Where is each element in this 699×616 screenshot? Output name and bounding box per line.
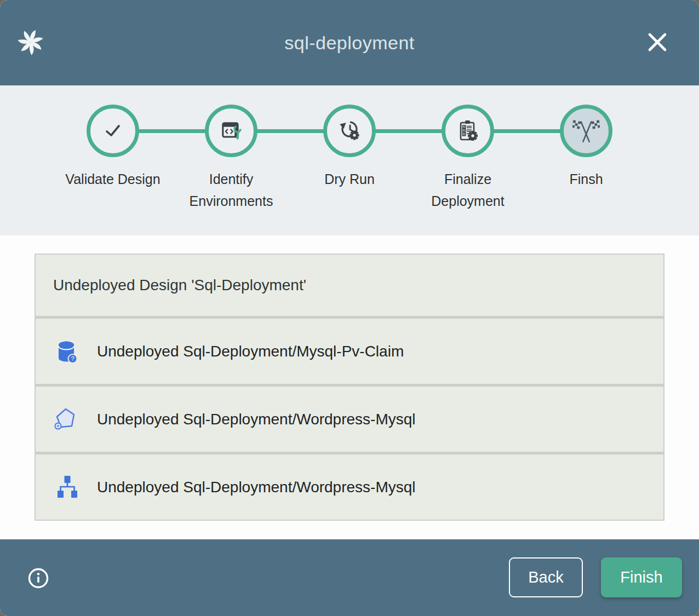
step-finish[interactable]: Finsh [527, 85, 645, 212]
clipboard-gear-icon [455, 118, 481, 144]
modal-header: sql-deployment [0, 0, 699, 85]
step-circle [205, 105, 257, 157]
step-circle [87, 105, 139, 157]
deploy-wizard-modal: sql-deployment [0, 0, 699, 616]
step-identify-environments[interactable]: Identify Environments [172, 85, 290, 212]
step-label: Finalize Deployment [409, 168, 527, 212]
step-circle [323, 105, 376, 157]
modal-footer: Back Finish [0, 539, 699, 616]
step-circle [442, 105, 494, 157]
topology-icon [53, 474, 79, 500]
dialog-title: sql-deployment [0, 0, 699, 85]
step-circle [560, 105, 612, 157]
back-button[interactable]: Back [509, 557, 583, 597]
step-label: Validate Design [65, 168, 160, 190]
close-icon [645, 30, 669, 54]
close-button[interactable] [644, 30, 671, 56]
pod-icon [53, 406, 79, 433]
step-finalize-deployment[interactable]: Finalize Deployment [409, 85, 527, 212]
database-icon: ? [53, 338, 79, 365]
log-row-text: Undeployed Sql-Deployment/Mysql-Pv-Claim [97, 343, 404, 360]
log-row-design: Undeployed Design 'Sql-Deployment' [36, 255, 663, 316]
log-row-wordpress-mysql-topology: Undeployed Sql-Deployment/Wordpress-Mysq… [36, 454, 663, 520]
screen: sql-deployment [0, 0, 699, 616]
log-row-text: Undeployed Sql-Deployment/Wordpress-Mysq… [97, 479, 416, 496]
history-gear-icon [336, 118, 363, 144]
step-validate-design[interactable]: Validate Design [54, 85, 172, 212]
info-button[interactable] [27, 567, 49, 589]
log-row-text: Undeployed Design 'Sql-Deployment' [53, 277, 306, 294]
check-icon [100, 118, 126, 144]
step-label: Identify Environments [172, 168, 290, 212]
modal-body: Undeployed Design 'Sql-Deployment' ? Und… [0, 235, 699, 539]
checkered-flags-icon [572, 117, 600, 145]
wizard-stepper: Validate Design Identify Environm [0, 85, 699, 235]
code-window-wrench-icon [219, 118, 244, 143]
log-row-pv-claim: ? Undeployed Sql-Deployment/Mysql-Pv-Cla… [36, 319, 663, 384]
step-label: Finsh [569, 168, 603, 190]
svg-text:?: ? [71, 355, 74, 362]
log-row-wordpress-mysql-pod: Undeployed Sql-Deployment/Wordpress-Mysq… [36, 387, 663, 452]
deployment-log-list: Undeployed Design 'Sql-Deployment' ? Und… [35, 254, 664, 521]
step-dry-run[interactable]: Dry Run [290, 85, 409, 212]
log-row-text: Undeployed Sql-Deployment/Wordpress-Mysq… [97, 411, 416, 428]
finish-button[interactable]: Finish [601, 557, 682, 597]
step-label: Dry Run [324, 168, 375, 190]
stepper-steps: Validate Design Identify Environm [54, 85, 645, 212]
info-icon [27, 567, 49, 589]
